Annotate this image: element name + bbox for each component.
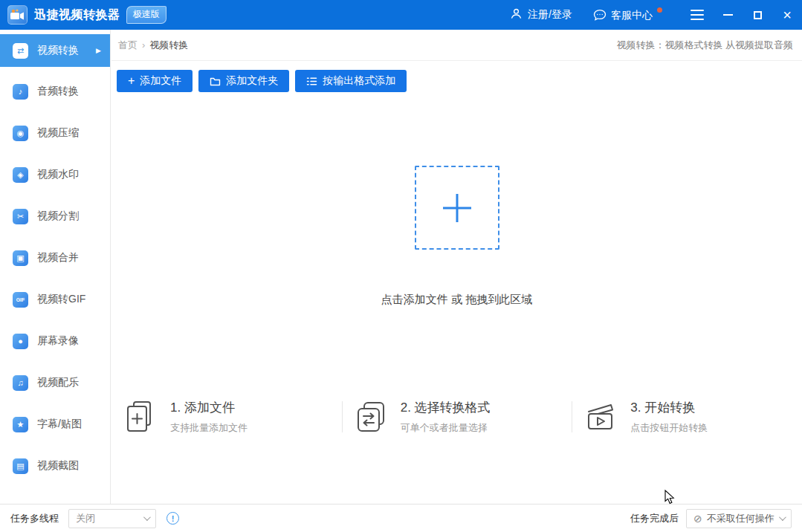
page-description: 视频转换：视频格式转换 从视频提取音频 <box>616 39 793 52</box>
sidebar-item-label: 视频转GIF <box>37 293 85 306</box>
sidebar: ⇄ 视频转换 ▶ ♪ 音频转换 ◉ 视频压缩 ◈ 视频水印 ✂ 视频分割 ▣ 视… <box>0 30 111 504</box>
sidebar-item-label: 字幕/贴图 <box>37 418 82 431</box>
menu-icon[interactable] <box>691 7 704 23</box>
maximize-icon <box>754 11 762 19</box>
sidebar-item-video-to-gif[interactable]: GIF 视频转GIF <box>0 279 110 320</box>
chat-bubble-icon <box>593 9 607 22</box>
footer-bar: 任务多线程 关闭 ! 任务完成后 ⊘ 不采取任何操作 <box>0 504 802 532</box>
step-subtitle: 点击按钮开始转换 <box>630 421 708 435</box>
app-logo-icon <box>7 5 28 25</box>
breadcrumb: 首页 › 视频转换 视频转换：视频格式转换 从视频提取音频 <box>111 30 802 61</box>
choose-format-step-icon <box>354 399 389 435</box>
breadcrumb-separator: › <box>142 39 145 51</box>
sidebar-item-video-snapshot[interactable]: ▤ 视频截图 <box>0 445 110 487</box>
subtitle-sticker-icon: ★ <box>13 417 28 432</box>
notification-dot <box>657 7 662 13</box>
step-subtitle: 支持批量添加文件 <box>170 421 248 435</box>
login-label: 注册/登录 <box>528 8 572 22</box>
step-choose-format: 2. 选择转换格式 可单个或者批量选择 <box>342 391 572 443</box>
support-label: 客服中心 <box>611 0 653 30</box>
sidebar-item-label: 屏幕录像 <box>37 334 79 348</box>
video-compress-icon: ◉ <box>13 126 28 141</box>
info-icon[interactable]: ! <box>166 512 179 525</box>
sidebar-item-video-music[interactable]: ♫ 视频配乐 <box>0 362 110 403</box>
app-title: 迅捷视频转换器 <box>34 7 120 23</box>
video-snapshot-icon: ▤ <box>13 458 28 474</box>
steps-guide: 1. 添加文件 支持批量添加文件 2. 选择转换格式 可单个或者批量选择 <box>111 391 802 443</box>
add-file-button[interactable]: + 添加文件 <box>117 70 193 92</box>
video-to-gif-icon: GIF <box>13 292 28 308</box>
video-merge-icon: ▣ <box>13 250 28 266</box>
video-split-icon: ✂ <box>13 209 28 224</box>
sidebar-item-screen-record[interactable]: ● 屏幕录像 <box>0 320 110 362</box>
sidebar-item-video-convert[interactable]: ⇄ 视频转换 ▶ <box>0 34 110 67</box>
multithread-select[interactable]: 关闭 <box>68 509 156 528</box>
after-task-value: 不采取任何操作 <box>707 512 774 525</box>
dropzone-add-area[interactable] <box>415 166 499 250</box>
dropzone-hint: 点击添加文件 或 拖拽到此区域 <box>111 293 802 307</box>
step-start-convert: 3. 开始转换 点击按钮开始转换 <box>572 391 802 443</box>
login-register-button[interactable]: 注册/登录 <box>510 0 572 30</box>
list-icon <box>306 77 317 86</box>
breadcrumb-home[interactable]: 首页 <box>118 39 138 52</box>
chevron-down-icon <box>779 513 786 521</box>
add-by-format-button[interactable]: 按输出格式添加 <box>295 70 407 92</box>
sidebar-item-label: 视频分割 <box>37 210 79 223</box>
sidebar-item-video-compress[interactable]: ◉ 视频压缩 <box>0 112 110 154</box>
chevron-down-icon <box>143 513 151 521</box>
titlebar: 迅捷视频转换器 极速版 注册/登录 客服中心 × <box>0 0 802 30</box>
main-content: 首页 › 视频转换 视频转换：视频格式转换 从视频提取音频 + 添加文件 添加文… <box>111 30 802 504</box>
edition-badge: 极速版 <box>126 6 166 24</box>
sidebar-item-label: 视频合并 <box>37 251 79 265</box>
sidebar-item-audio-convert[interactable]: ♪ 音频转换 <box>0 71 110 112</box>
maximize-button[interactable] <box>751 0 763 30</box>
minimize-icon <box>723 14 733 16</box>
start-convert-step-icon <box>583 399 619 435</box>
step-add-file: 1. 添加文件 支持批量添加文件 <box>111 391 342 443</box>
audio-convert-icon: ♪ <box>13 84 28 100</box>
sidebar-item-label: 视频配乐 <box>37 376 79 389</box>
user-icon <box>510 7 523 22</box>
breadcrumb-current: 视频转换 <box>149 39 188 52</box>
screen-record-icon: ● <box>13 334 28 349</box>
no-operation-icon: ⊘ <box>693 513 702 524</box>
sidebar-item-label: 视频转换 <box>37 44 79 57</box>
video-watermark-icon: ◈ <box>13 167 28 183</box>
step-title: 1. 添加文件 <box>170 399 248 416</box>
step-title: 3. 开始转换 <box>630 399 708 416</box>
step-title: 2. 选择转换格式 <box>401 399 491 416</box>
after-task-select[interactable]: ⊘ 不采取任何操作 <box>686 509 792 528</box>
sidebar-item-subtitle-sticker[interactable]: ★ 字幕/贴图 <box>0 403 110 445</box>
toolbar: + 添加文件 添加文件夹 按输出格式添加 <box>111 61 802 92</box>
close-icon: × <box>783 7 792 22</box>
close-button[interactable]: × <box>781 0 793 30</box>
sidebar-item-label: 视频水印 <box>37 168 79 181</box>
chevron-right-icon: ▶ <box>96 47 101 54</box>
support-center-button[interactable]: 客服中心 <box>593 0 662 30</box>
sidebar-item-label: 视频压缩 <box>37 126 79 140</box>
sidebar-item-label: 音频转换 <box>37 85 79 98</box>
plus-icon: + <box>128 75 135 87</box>
sidebar-item-label: 视频截图 <box>37 459 79 473</box>
multithread-label: 任务多线程 <box>10 512 59 525</box>
sidebar-item-video-watermark[interactable]: ◈ 视频水印 <box>0 154 110 195</box>
add-file-step-icon <box>123 399 159 435</box>
folder-icon <box>210 77 221 86</box>
multithread-value: 关闭 <box>76 512 95 525</box>
video-convert-icon: ⇄ <box>13 43 28 59</box>
plus-icon <box>442 192 473 224</box>
minimize-button[interactable] <box>722 0 734 30</box>
sidebar-item-video-merge[interactable]: ▣ 视频合并 <box>0 237 110 279</box>
after-task-label: 任务完成后 <box>630 512 679 525</box>
sidebar-item-video-split[interactable]: ✂ 视频分割 <box>0 195 110 237</box>
step-subtitle: 可单个或者批量选择 <box>401 421 491 435</box>
add-folder-button[interactable]: 添加文件夹 <box>198 70 289 92</box>
video-music-icon: ♫ <box>13 375 28 391</box>
